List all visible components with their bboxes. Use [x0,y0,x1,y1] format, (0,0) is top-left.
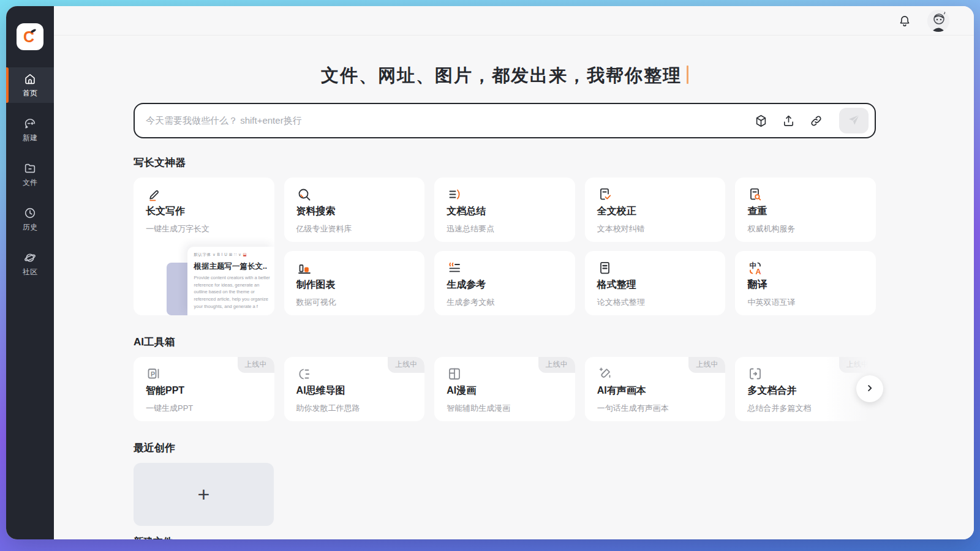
clock-icon [23,206,37,220]
card-subtitle: 中英双语互译 [747,297,864,308]
send-button[interactable] [839,108,869,133]
preview-toolbar: 默认字体 ∨ B I U ⊞ ∷ ∨ ⬓ [194,252,274,258]
prompt-placeholder: 今天需要我做些什么？ shift+enter换行 [146,115,754,127]
new-creation-card[interactable]: + [134,463,274,526]
card-title: 制作图表 [296,279,413,291]
card-title: 多文档合并 [747,384,864,397]
summary-icon [447,187,563,203]
svg-text:A: A [756,268,761,276]
section-longform-tools: 写长文神器 长文写作 一键生成万字长文 默认字体 ∨ B I U ⊞ ∷ ∨ ⬓… [134,156,876,315]
notification-bell-icon[interactable] [898,14,911,28]
plus-icon: + [198,482,210,506]
card-subtitle: 总结合并多篇文档 [747,403,864,414]
card-subtitle: 迅速总结要点 [447,223,563,234]
upload-icon[interactable] [782,114,796,128]
translate-icon: 中A [747,260,864,276]
card-subtitle: 论文格式整理 [597,297,714,308]
status-badge: 上线中 [238,357,274,373]
chevron-right-icon [864,383,875,395]
feature-card-查重[interactable]: 查重 权威机构服务 [735,178,876,242]
section-title: 写长文神器 [134,156,876,170]
longform-preview: 默认字体 ∨ B I U ⊞ ∷ ∨ ⬓ 根据主题写一篇长文.. Provide… [167,243,274,315]
status-badge: 上线中 [839,357,876,373]
sidebar-item-home[interactable]: 首页 [6,67,54,103]
status-badge: 上线中 [688,357,725,373]
feature-card-长文写作[interactable]: 长文写作 一键生成万字长文 默认字体 ∨ B I U ⊞ ∷ ∨ ⬓ 根据主题写… [134,178,274,315]
app-window: C 首页 新建 文件 历史 社区 [6,6,974,539]
card-title: 文档总结 [447,205,563,218]
brand-c-icon: C [20,26,40,47]
feature-card-资料搜索[interactable]: 资料搜索 亿级专业资料库 [284,178,425,242]
search-icon [296,187,413,203]
feature-card-翻译[interactable]: 中A 翻译 中英双语互译 [735,251,876,315]
home-icon [23,72,37,86]
sidebar-item-label: 首页 [23,88,37,99]
card-title: AI有声画本 [597,384,714,397]
chat-plus-icon [23,117,37,130]
card-title: AI漫画 [447,384,563,397]
preview-doc-title: 根据主题写一篇长文.. [194,261,274,272]
card-title: 格式整理 [597,279,714,291]
plagiarism-icon [747,187,864,203]
card-title: 查重 [747,205,864,218]
sidebar-item-label: 文件 [23,178,37,188]
card-title: 资料搜索 [296,205,413,218]
main-area: 文件、网址、图片，都发出来，我帮你整理 今天需要我做些什么？ shift+ent… [54,6,974,539]
reference-icon [447,260,563,276]
top-bar [54,6,974,36]
sidebar-item-files[interactable]: 文件 [6,157,54,192]
card-subtitle: 一键生成PPT [146,403,262,414]
feature-card-文档总结[interactable]: 文档总结 迅速总结要点 [434,178,575,242]
card-subtitle: 一句话生成有声画本 [597,403,714,414]
card-title: 长文写作 [146,205,262,218]
app-logo[interactable]: C [17,23,43,50]
feature-card-AI漫画[interactable]: 上线中 AI漫画 智能辅助生成漫画 [434,357,575,421]
card-subtitle: 文本校对纠错 [597,223,714,234]
section-recent-creations: 最近创作 + 新建文件 [134,441,876,539]
sidebar-nav: 首页 新建 文件 历史 社区 [6,67,54,291]
sidebar-item-community[interactable]: 社区 [6,246,54,282]
section-title: 最近创作 [134,441,876,455]
feature-card-全文校正[interactable]: 全文校正 文本校对纠错 [585,178,726,242]
feature-card-制作图表[interactable]: 制作图表 数据可视化 [284,251,425,315]
folder-icon [23,162,37,175]
feature-card-格式整理[interactable]: 格式整理 论文格式整理 [585,251,726,315]
chart-icon [296,260,413,276]
preview-document: 默认字体 ∨ B I U ⊞ ∷ ∨ ⬓ 根据主题写一篇长文.. Provide… [187,247,274,315]
clipped-section-title: 新建文件 [134,536,876,539]
feature-card-AI思维导图[interactable]: 上线中 AI思维导图 助你发散工作思路 [284,357,425,421]
typing-cursor [687,66,688,84]
link-icon[interactable] [809,114,823,128]
card-title: AI思维导图 [296,384,413,397]
feature-card-多文档合并[interactable]: 上线中 多文档合并 总结合并多篇文档 [735,357,876,421]
preview-doc-body: Provide content creators with a better r… [194,274,273,310]
send-plane-icon [846,113,861,129]
svg-text:P: P [151,370,155,378]
proofread-icon [597,187,714,203]
card-subtitle: 一键生成万字长文 [146,223,262,234]
sidebar-item-history[interactable]: 历史 [6,201,54,237]
pencil-icon [146,187,262,203]
feature-card-AI有声画本[interactable]: 上线中 AI有声画本 一句话生成有声画本 [585,357,726,421]
card-subtitle: 助你发散工作思路 [296,403,413,414]
page-title: 文件、网址、图片，都发出来，我帮你整理 [134,64,876,88]
card-title: 生成参考 [447,279,563,291]
planet-icon [23,251,37,264]
feature-card-智能PPT[interactable]: 上线中 P 智能PPT 一键生成PPT [134,357,274,421]
card-subtitle: 生成参考文献 [447,297,563,308]
card-subtitle: 权威机构服务 [747,223,864,234]
cube-icon[interactable] [754,114,768,128]
section-ai-toolbox: AI工具箱 上线中 P 智能PPT 一键生成PPT 上线中 AI思维导图 助你发… [134,335,876,421]
prompt-input-box[interactable]: 今天需要我做些什么？ shift+enter换行 [134,103,876,138]
composer-icons [754,108,869,133]
page-content: 文件、网址、图片，都发出来，我帮你整理 今天需要我做些什么？ shift+ent… [54,36,974,539]
sidebar-item-label: 历史 [23,222,37,233]
feature-card-生成参考[interactable]: 生成参考 生成参考文献 [434,251,575,315]
status-badge: 上线中 [388,357,424,373]
card-title: 智能PPT [146,384,262,397]
user-avatar[interactable] [927,10,949,32]
card-subtitle: 数据可视化 [296,297,413,308]
card-subtitle: 亿级专业资料库 [296,223,413,234]
carousel-next-button[interactable] [856,375,883,402]
sidebar-item-new[interactable]: 新建 [6,112,54,148]
